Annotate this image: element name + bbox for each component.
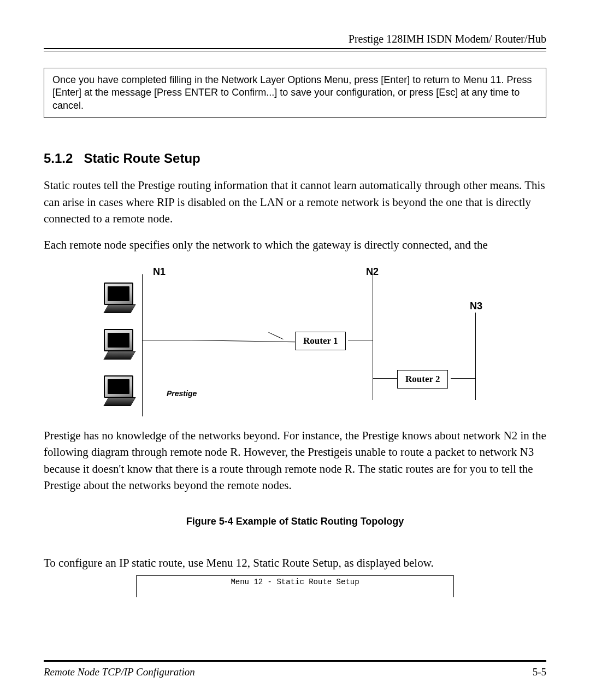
line [373, 378, 397, 379]
workstation-icon [104, 375, 137, 414]
footer: Remote Node TCP/IP Configuration 5-5 [44, 660, 546, 678]
header-product: Prestige 128IMH ISDN Modem/ Router/Hub [44, 33, 546, 45]
label-prestige: Prestige [167, 389, 197, 398]
topology-diagram: N1 Prestige Router 1 N2 Router 2 N3 [82, 263, 508, 427]
line [268, 332, 284, 340]
workstation-icon [104, 329, 137, 367]
section-number: 5.1.2 [44, 151, 73, 166]
label-n1: N1 [153, 266, 166, 278]
footer-rule-thick [44, 661, 546, 662]
paragraph-3: Prestige has no knowledge of the network… [44, 427, 546, 494]
n1-bus-line [142, 274, 143, 416]
header-rule-thick [44, 48, 546, 49]
n2-bus-line [373, 274, 373, 400]
footer-page-number: 5-5 [533, 666, 546, 678]
menu-12-box: Menu 12 - Static Route Setup [136, 575, 454, 597]
router-1-box: Router 1 [295, 332, 346, 350]
line [348, 340, 373, 340]
line [191, 340, 295, 342]
footer-left: Remote Node TCP/IP Configuration [44, 666, 195, 678]
paragraph-1: Static routes tell the Prestige routing … [44, 177, 546, 227]
paragraph-2: Each remote node specifies only the netw… [44, 237, 546, 253]
n3-bus-line [475, 313, 476, 400]
label-n2: N2 [366, 266, 379, 278]
router-2-box: Router 2 [397, 370, 448, 389]
section-title: Static Route Setup [84, 151, 200, 166]
label-n3: N3 [470, 301, 482, 312]
page: Prestige 128IMH ISDN Modem/ Router/Hub O… [0, 0, 590, 700]
line [142, 340, 191, 340]
header-rule-thin [44, 51, 546, 51]
line [451, 378, 475, 379]
figure-caption: Figure 5-4 Example of Static Routing Top… [44, 516, 546, 527]
info-box: Once you have completed filling in the N… [44, 68, 546, 118]
workstation-icon [104, 283, 137, 321]
paragraph-4: To configure an IP static route, use Men… [44, 555, 546, 571]
menu-12-title: Menu 12 - Static Route Setup [231, 578, 359, 586]
section-heading: 5.1.2 Static Route Setup [44, 151, 546, 166]
